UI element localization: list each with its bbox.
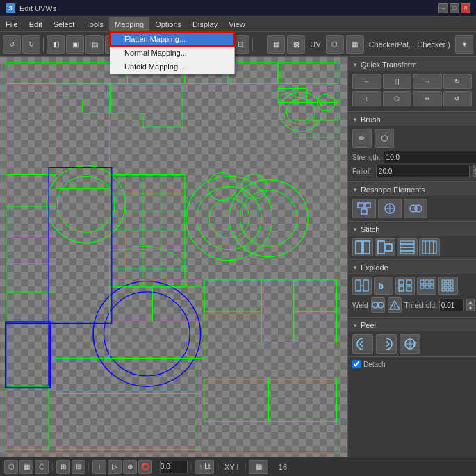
svg-rect-38 — [261, 280, 293, 343]
reshape-btn-2[interactable] — [378, 199, 402, 218]
reshape-btn-1[interactable] — [352, 199, 376, 218]
explode-btn-3[interactable] — [395, 277, 415, 295]
nav-btn-1[interactable]: ⬡ — [4, 460, 18, 474]
checker-small[interactable]: ▦ — [267, 35, 285, 54]
svg-rect-65 — [356, 241, 362, 254]
stitch-btn-3[interactable] — [397, 238, 418, 256]
threshold-input[interactable] — [439, 299, 464, 311]
svg-rect-93 — [425, 285, 429, 288]
rotate-btn[interactable]: ▤ — [85, 35, 104, 54]
stitch-header[interactable]: ▼ Stitch — [348, 223, 476, 236]
svg-rect-85 — [399, 280, 404, 285]
explode-btn-1[interactable] — [352, 277, 372, 295]
falloff-input[interactable] — [376, 165, 470, 177]
undo-button[interactable]: ↺ — [3, 35, 21, 54]
lock-btn[interactable]: ↑ Lt — [195, 460, 214, 474]
svg-rect-46 — [204, 379, 269, 422]
svg-point-20 — [104, 292, 190, 376]
stitch-btn-2[interactable] — [375, 238, 395, 256]
falloff-up[interactable]: ▲ — [473, 165, 476, 171]
menu-display[interactable]: Display — [187, 17, 223, 31]
reshape-buttons — [352, 199, 472, 218]
uv-viewport[interactable] — [0, 57, 347, 457]
nav-btn-2[interactable]: ▦ — [19, 460, 33, 474]
x-coord[interactable] — [160, 461, 188, 473]
status-nav: ⬡ ▦ ⬡ — [4, 460, 49, 474]
svg-rect-14 — [6, 323, 49, 386]
qt-lines[interactable]: ||| — [383, 74, 412, 89]
falloff-down[interactable]: ▼ — [473, 171, 476, 177]
svg-rect-94 — [430, 285, 434, 288]
strength-input[interactable] — [384, 151, 476, 163]
explode-btn-5[interactable] — [438, 277, 458, 295]
brush-shape[interactable]: ⬡ — [375, 129, 394, 148]
menu-tools[interactable]: Tools — [80, 17, 109, 31]
zoom-label: 16 — [276, 463, 290, 471]
qt-move-h[interactable]: ↔ — [352, 74, 381, 89]
menu-view[interactable]: View — [223, 17, 251, 31]
qt-move-v[interactable]: ↕ — [352, 91, 381, 106]
menu-select[interactable]: Select — [48, 17, 81, 31]
qt-rotate-ccw[interactable]: ↺ — [443, 91, 473, 106]
explode-btn-2[interactable]: b — [374, 277, 393, 295]
mode-btn-4[interactable]: ⭕ — [138, 460, 152, 474]
explode-btn-4[interactable] — [417, 277, 436, 295]
close-button[interactable]: ✕ — [461, 3, 470, 13]
reshape-btn-3[interactable] — [404, 199, 427, 218]
qt-hex[interactable]: ⬡ — [383, 91, 412, 106]
threshold-down[interactable]: ▼ — [466, 305, 475, 311]
brush-pencil[interactable]: ✏ — [352, 129, 372, 148]
threshold-up[interactable]: ▲ — [466, 299, 475, 305]
checker-status[interactable]: ▦ — [249, 460, 268, 474]
maximize-button[interactable]: □ — [450, 3, 459, 13]
weld-btn-1[interactable] — [371, 297, 385, 313]
qt-flip-h[interactable]: ⇔ — [413, 91, 442, 106]
qt-rotate-cw[interactable]: ↻ — [443, 74, 473, 89]
explode-header[interactable]: ▼ Explode — [348, 261, 476, 274]
window-title: Edit UVWs — [19, 4, 438, 13]
mode-btn-3[interactable]: ⊕ — [123, 460, 137, 474]
flatten-mapping-item[interactable]: Flatten Mapping... — [110, 32, 234, 46]
peel-arrow: ▼ — [352, 322, 358, 329]
reshape-header[interactable]: ▼ Reshape Elements — [348, 183, 476, 196]
checker-icon[interactable]: ▦ — [346, 35, 364, 54]
transform-btn-1[interactable]: ⊞ — [56, 460, 70, 474]
peel-header[interactable]: ▼ Peel — [348, 319, 476, 331]
menu-options[interactable]: Options — [149, 17, 187, 31]
mode-btn-1[interactable]: ↑ — [92, 460, 106, 474]
menu-mapping[interactable]: Mapping — [109, 17, 149, 31]
status-sep-4: | — [190, 463, 192, 470]
quick-transform-header[interactable]: ▼ Quick Transform — [348, 58, 476, 71]
stitch-btn-4[interactable] — [419, 238, 440, 256]
unfold-mapping-item[interactable]: Unfold Mapping... — [110, 60, 234, 74]
detach-checkbox[interactable] — [352, 360, 361, 368]
checker-large[interactable]: ▩ — [287, 35, 305, 54]
reshape-arrow: ▼ — [352, 187, 358, 193]
threshold-label: Threshold: — [404, 302, 437, 309]
weld-btn-2[interactable] — [388, 297, 402, 313]
minimize-button[interactable]: – — [438, 3, 448, 13]
weld-row: Weld — [352, 297, 472, 313]
select-btn[interactable]: ◧ — [47, 35, 65, 54]
peel-btn-1[interactable] — [352, 334, 373, 354]
uv-map-svg — [0, 57, 347, 457]
explode-label: Explode — [361, 263, 388, 272]
transform-btn-2[interactable]: ⊟ — [72, 460, 85, 474]
qt-arrow-r[interactable]: → — [413, 74, 442, 89]
svg-rect-102 — [446, 288, 449, 291]
menu-file[interactable]: File — [0, 17, 24, 31]
redo-button[interactable]: ↻ — [22, 35, 40, 54]
quick-transform-content: ↔ ||| → ↻ ↕ ⬡ ⇔ ↺ — [348, 71, 476, 111]
mode-btn-2[interactable]: ▷ — [108, 460, 122, 474]
normal-mapping-item[interactable]: Normal Mapping... — [110, 46, 234, 60]
strength-label: Strength: — [352, 154, 381, 161]
peel-btn-2[interactable] — [376, 334, 397, 354]
peel-btn-3[interactable] — [400, 334, 420, 354]
nav-btn-3[interactable]: ⬡ — [35, 460, 49, 474]
stitch-btn-1[interactable] — [352, 238, 373, 256]
move-btn[interactable]: ▣ — [66, 35, 84, 54]
menu-edit[interactable]: Edit — [24, 17, 48, 31]
uv-icon[interactable]: ⬡ — [326, 35, 344, 54]
brush-header[interactable]: ▼ Brush — [348, 113, 476, 126]
checker-dropdown[interactable]: ▾ — [455, 35, 473, 54]
